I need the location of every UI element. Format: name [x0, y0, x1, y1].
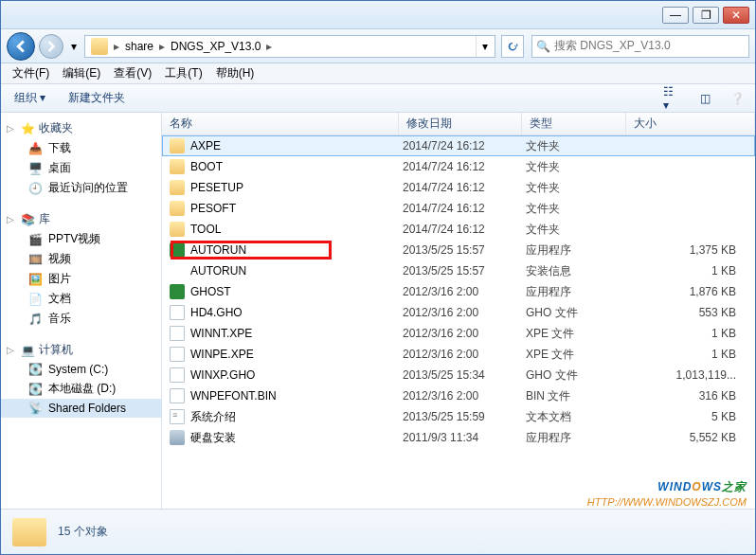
file-icon [170, 180, 185, 195]
file-date: 2011/9/3 11:34 [403, 431, 526, 444]
sidebar-computer[interactable]: ▷💻计算机 [1, 340, 161, 360]
file-pane: 名称 修改日期 类型 大小 AXPE2014/7/24 16:12文件夹BOOT… [162, 113, 755, 509]
explorer-window: — ❐ ✕ ▾ ▸ share ▸ DNGS_XP_V13.0 ▸ ▾ 🔍 搜索… [0, 0, 756, 555]
sidebar-item-downloads[interactable]: 📥下载 [1, 138, 161, 158]
menu-help[interactable]: 帮助(H) [210, 63, 261, 83]
file-date: 2013/5/25 15:57 [403, 264, 526, 278]
document-icon: 📄 [27, 292, 43, 307]
sidebar-favorites[interactable]: ▷⭐收藏夹 [1, 118, 161, 138]
drive-icon: 💽 [27, 382, 43, 397]
file-type: 文件夹 [526, 138, 630, 154]
file-row[interactable]: PESOFT2014/7/24 16:12文件夹 [162, 198, 755, 219]
organize-button[interactable]: 组织 ▾ [9, 88, 51, 108]
refresh-button[interactable] [501, 35, 524, 58]
column-date[interactable]: 修改日期 [399, 113, 522, 134]
sidebar-item-documents[interactable]: 📄文档 [1, 289, 161, 309]
sidebar-item-pptv[interactable]: 🎬PPTV视频 [1, 229, 161, 249]
column-headers: 名称 修改日期 类型 大小 [162, 113, 755, 135]
body: ▷⭐收藏夹 📥下载 🖥️桌面 🕘最近访问的位置 ▷📚库 🎬PPTV视频 🎞️视频… [1, 113, 755, 509]
file-icon [170, 284, 185, 299]
file-type: 应用程序 [526, 242, 630, 259]
file-row[interactable]: WNPEFONT.BIN2012/3/16 2:00BIN 文件316 KB [162, 385, 755, 406]
nav-history-dropdown[interactable]: ▾ [67, 40, 81, 53]
music-icon: 🎵 [27, 312, 43, 327]
search-input[interactable]: 🔍 搜索 DNGS_XP_V13.0 [531, 35, 749, 58]
nav-back-button[interactable] [7, 32, 35, 61]
file-icon [170, 222, 185, 237]
file-date: 2012/3/16 2:00 [403, 285, 526, 298]
file-row[interactable]: PESETUP2014/7/24 16:12文件夹 [162, 177, 755, 198]
menu-view[interactable]: 查看(V) [108, 63, 157, 83]
file-row[interactable]: WINNT.XPE2012/3/16 2:00XPE 文件1 KB [162, 323, 755, 344]
file-row[interactable]: GHOST2012/3/16 2:00应用程序1,876 KB [162, 281, 755, 302]
file-name: AUTORUN [190, 264, 246, 278]
address-dropdown[interactable]: ▾ [476, 36, 493, 57]
sidebar-item-drive-d[interactable]: 💽本地磁盘 (D:) [1, 379, 161, 399]
sidebar-item-music[interactable]: 🎵音乐 [1, 309, 161, 329]
file-row[interactable]: AUTORUN2013/5/25 15:57应用程序1,375 KB [162, 240, 755, 260]
file-row[interactable]: AUTORUN2013/5/25 15:57安装信息1 KB [162, 260, 755, 281]
file-list[interactable]: AXPE2014/7/24 16:12文件夹BOOT2014/7/24 16:1… [162, 135, 755, 509]
file-name: GHOST [190, 285, 231, 298]
column-name[interactable]: 名称 [162, 113, 399, 134]
sidebar-item-pictures[interactable]: 🖼️图片 [1, 269, 161, 289]
file-name: PESOFT [190, 202, 236, 215]
preview-pane-button[interactable]: ◫ [694, 88, 715, 109]
toolbar: 组织 ▾ 新建文件夹 ☷ ▾ ◫ ❔ [1, 84, 755, 113]
file-name: HD4.GHO [190, 306, 243, 319]
file-row[interactable]: HD4.GHO2012/3/16 2:00GHO 文件553 KB [162, 302, 755, 323]
sidebar-item-recent[interactable]: 🕘最近访问的位置 [1, 178, 161, 198]
breadcrumb[interactable]: DNGS_XP_V13.0 [167, 36, 264, 57]
sidebar-item-shared[interactable]: 📡Shared Folders [1, 399, 161, 418]
search-placeholder: 搜索 DNGS_XP_V13.0 [554, 38, 671, 54]
menu-file[interactable]: 文件(F) [7, 63, 55, 83]
file-date: 2012/3/16 2:00 [403, 306, 526, 319]
file-date: 2012/3/16 2:00 [403, 389, 526, 403]
refresh-icon [506, 40, 519, 53]
sidebar-item-desktop[interactable]: 🖥️桌面 [1, 158, 161, 178]
new-folder-button[interactable]: 新建文件夹 [63, 88, 131, 108]
column-type[interactable]: 类型 [522, 113, 626, 134]
file-row[interactable]: WINPE.XPE2012/3/16 2:00XPE 文件1 KB [162, 344, 755, 365]
file-name: PESETUP [190, 181, 243, 194]
close-button[interactable]: ✕ [723, 7, 749, 24]
file-row[interactable]: 系统介绍2013/5/25 15:59文本文档5 KB [162, 406, 755, 427]
star-icon: ⭐ [20, 121, 35, 136]
view-options-button[interactable]: ☷ ▾ [662, 88, 683, 109]
menu-edit[interactable]: 编辑(E) [57, 63, 106, 83]
file-name: AXPE [190, 139, 221, 152]
file-size: 553 KB [630, 306, 755, 319]
file-size: 5 KB [630, 410, 755, 423]
file-icon [170, 201, 185, 216]
file-size: 1 KB [630, 348, 755, 361]
file-row[interactable]: 硬盘安装2011/9/3 11:34应用程序5,552 KB [162, 427, 755, 448]
file-name: 硬盘安装 [190, 430, 236, 446]
help-button[interactable]: ❔ [727, 88, 747, 109]
minimize-button[interactable]: — [662, 7, 689, 24]
column-size[interactable]: 大小 [626, 113, 755, 134]
file-row[interactable]: AXPE2014/7/24 16:12文件夹 [162, 135, 755, 156]
chevron-right-icon: ▸ [112, 40, 121, 53]
maximize-button[interactable]: ❐ [693, 7, 719, 24]
file-row[interactable]: WINXP.GHO2013/5/25 15:34GHO 文件1,013,119.… [162, 365, 755, 385]
file-row[interactable]: BOOT2014/7/24 16:12文件夹 [162, 156, 755, 177]
sidebar-item-videos[interactable]: 🎞️视频 [1, 249, 161, 269]
file-date: 2014/7/24 16:12 [403, 223, 526, 236]
titlebar: — ❐ ✕ [1, 1, 755, 29]
folder-icon [91, 38, 108, 55]
nav-forward-button[interactable] [39, 34, 63, 59]
file-name: TOOL [190, 223, 221, 236]
menubar: 文件(F) 编辑(E) 查看(V) 工具(T) 帮助(H) [1, 63, 755, 84]
search-icon: 🔍 [536, 40, 550, 53]
file-icon [170, 430, 185, 445]
picture-icon: 🖼️ [27, 272, 43, 287]
menu-tools[interactable]: 工具(T) [159, 63, 207, 83]
file-date: 2014/7/24 16:12 [403, 160, 526, 173]
address-bar[interactable]: ▸ share ▸ DNGS_XP_V13.0 ▸ ▾ [84, 35, 495, 58]
sidebar-libraries[interactable]: ▷📚库 [1, 209, 161, 229]
breadcrumb[interactable]: share [121, 36, 157, 57]
sidebar-item-drive-c[interactable]: 💽System (C:) [1, 360, 161, 379]
file-name: BOOT [190, 160, 223, 173]
file-date: 2013/5/25 15:34 [403, 368, 526, 382]
file-row[interactable]: TOOL2014/7/24 16:12文件夹 [162, 219, 755, 240]
